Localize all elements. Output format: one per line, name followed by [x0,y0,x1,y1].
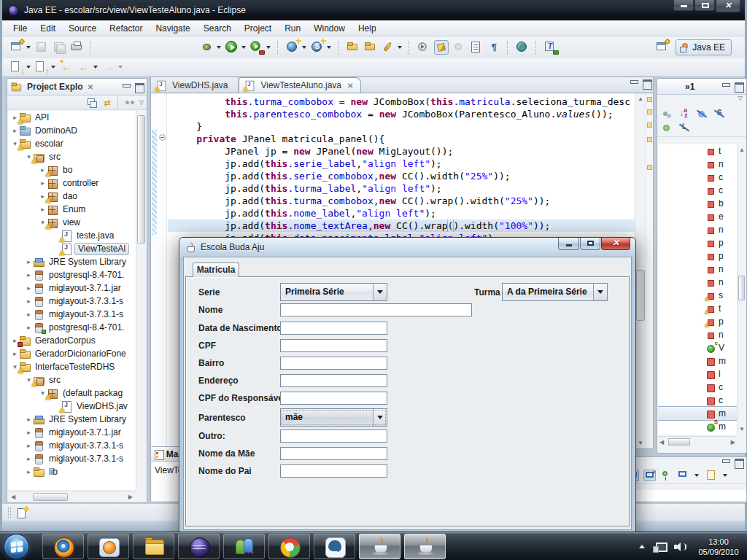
collapsed-twisty-icon[interactable]: ▸ [39,206,47,213]
annotate-button[interactable] [381,40,395,55]
focus-icon[interactable] [124,97,136,109]
taskbar-eclipse-button[interactable] [178,534,220,559]
tray-expand-icon[interactable] [639,545,645,548]
menu-source[interactable]: Source [62,20,103,36]
tree-item[interactable]: ▾escolar [8,137,136,150]
show-whitespace-button[interactable]: ¶ [487,40,501,55]
field-nome-do-pai[interactable] [280,464,387,478]
open-console-dropdown-icon[interactable] [723,474,727,477]
collapsed-twisty-icon[interactable]: ▸ [25,429,33,436]
outline-item[interactable]: t [658,302,737,315]
field-endere-o[interactable] [280,374,387,387]
next-annotation-dropdown-icon[interactable] [26,66,31,69]
perspective-java-ee-button[interactable]: Java EE [676,39,732,55]
editor-maximize-icon[interactable] [642,79,651,88]
maximize-button[interactable] [694,0,715,11]
editor-vertical-scrollbar[interactable]: ▲ ▼ [635,93,646,448]
annotate-dropdown-icon[interactable] [398,46,402,49]
outline-item[interactable]: e [658,210,737,223]
close-console-icon[interactable]: × [643,470,656,481]
tab-matricula[interactable]: Matricula [193,262,239,277]
debug-button[interactable] [200,40,214,55]
menu-navigate[interactable]: Navigate [149,20,196,36]
tree-item[interactable]: ▾view [8,216,136,229]
combo-arrow-icon[interactable] [593,284,607,300]
outline-item[interactable]: p [658,249,737,262]
tree-item[interactable]: ViewTesteAl [8,242,136,255]
collapse-all-icon[interactable] [86,97,98,109]
display-console-icon[interactable] [677,470,689,481]
outline-menu-icon[interactable]: ▽ [738,95,743,104]
tree-item[interactable]: ▾(default packag [8,386,136,400]
new-web-project-button[interactable] [285,40,300,55]
run-dropdown-icon[interactable] [241,46,246,49]
combo-serie[interactable]: Primeira Série [280,283,387,301]
taskbar-messenger-button[interactable] [223,534,265,559]
hide-static-icon[interactable] [714,109,725,120]
sort-icon[interactable]: ↓ [679,109,690,120]
menu-window[interactable]: Window [307,20,352,36]
field-outro[interactable] [280,429,387,443]
open-folder-button[interactable] [346,40,360,55]
outline-item[interactable]: t [658,144,737,158]
tree-item[interactable]: ▸postgresql-8.4-701. [8,321,136,334]
collapsed-twisty-icon[interactable]: ▸ [25,324,33,331]
collapsed-twisty-icon[interactable]: ▸ [25,468,33,475]
field-nome-da-m-e[interactable] [280,447,387,460]
outline-item[interactable]: l [658,368,737,381]
view-maximize-icon[interactable] [134,83,144,91]
print-button[interactable] [69,40,84,55]
taskbar-explorer-button[interactable] [133,534,174,559]
tree-item[interactable]: ViewDHS.jav [8,400,136,413]
display-console-dropdown-icon[interactable] [694,474,699,477]
outline-item[interactable]: n [658,223,737,236]
collapsed-twisty-icon[interactable]: ▸ [25,416,33,423]
start-button[interactable] [4,534,29,559]
tree-item[interactable]: ▸miglayout-3.7.3.1-s [8,439,136,452]
field-data-de-nascimento[interactable] [280,322,387,335]
outline-item[interactable]: n [658,158,737,171]
web-service-dropdown-icon[interactable] [327,46,331,49]
collapsed-twisty-icon[interactable]: ▸ [25,284,33,292]
link-with-editor-icon[interactable]: ⇄ [101,97,113,109]
collapsed-twisty-icon[interactable]: ▸ [25,455,33,462]
new-web-dropdown-icon[interactable] [302,46,306,49]
combo-parentesco[interactable]: mãe [280,408,387,427]
new-dropdown-icon[interactable] [26,46,31,49]
collapsed-twisty-icon[interactable]: ▸ [25,311,33,318]
collapsed-twisty-icon[interactable]: ▸ [25,271,33,279]
outline-item[interactable]: p [658,236,737,249]
tree-item[interactable]: ▸dao [8,190,136,203]
tree-item[interactable]: teste.java [8,229,136,242]
tree-item[interactable]: ▸GeradorCorpus [8,334,136,347]
collapsed-twisty-icon[interactable]: ▸ [39,179,47,187]
outline-item[interactable]: m [658,407,737,420]
outline-item[interactable]: c [658,184,737,197]
tab-viewtestealuno[interactable]: ViewTesteAluno.java ✕ [239,77,361,93]
tree-item[interactable]: ▸miglayout-3.7.1.jar [8,281,136,295]
previous-annotation-dropdown-icon[interactable] [51,66,55,69]
overview-ruler[interactable] [646,93,653,448]
tab-close-icon[interactable]: ✕ [347,82,353,90]
tree-item[interactable]: ▸lib [8,465,136,478]
outline-item[interactable]: c [658,394,737,407]
previous-annotation-button[interactable]: ↑ [34,60,49,74]
last-edit-location-button[interactable]: *← [59,60,74,74]
field-nome[interactable] [280,303,472,316]
menu-search[interactable]: Search [197,20,238,36]
explorer-vertical-scrollbar[interactable] [136,111,146,490]
outline-vertical-scrollbar[interactable]: ▲▼ [737,144,746,435]
field-cpf[interactable] [280,339,387,352]
outline-list[interactable]: tnccbenppnnstpncVmlccmSm [658,144,737,435]
project-explorer-header[interactable]: Project Explo ✕ [7,79,147,96]
view-minimize-icon[interactable] [122,83,131,91]
collapsed-twisty-icon[interactable]: ▸ [25,442,33,449]
tree-item[interactable]: ▾src [8,373,136,386]
new-wizard-button[interactable] [9,40,24,55]
external-tools-button[interactable] [249,40,264,55]
tab-viewdhs[interactable]: ViewDHS.java [151,77,239,93]
outline-item[interactable]: m [658,354,737,368]
menu-edit[interactable]: Edit [34,20,62,36]
hide-fields-icon[interactable] [697,109,708,120]
pin-console-icon[interactable] [660,470,673,481]
